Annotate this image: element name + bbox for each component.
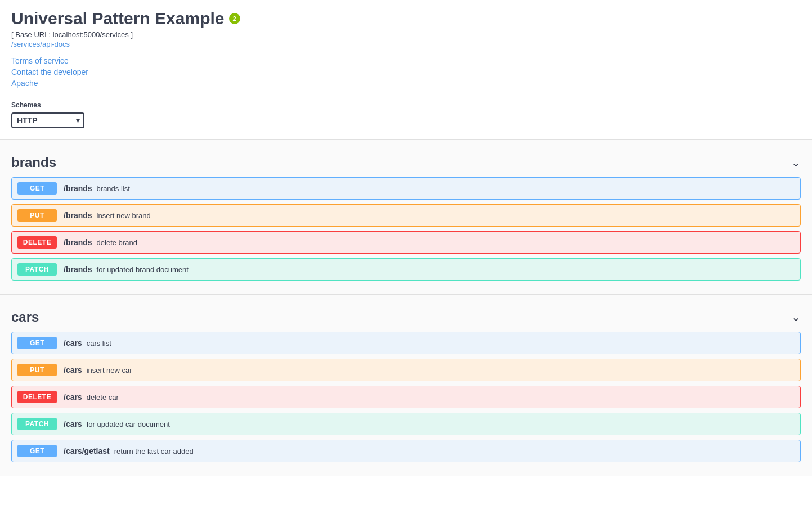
endpoint-path: /cars [64, 365, 82, 374]
delete-badge: DELETE [17, 391, 57, 403]
page-title: Universal Pattern Example 2 [11, 9, 801, 28]
schemes-select[interactable]: HTTP HTTPS [11, 112, 84, 128]
cars-section-header[interactable]: cars ⌄ [11, 304, 801, 332]
brands-put-endpoint[interactable]: PUT /brands insert new brand [11, 204, 801, 227]
get-badge: GET [17, 182, 57, 195]
title-text: Universal Pattern Example [11, 9, 225, 28]
schemes-label: Schemes [11, 101, 801, 109]
cars-patch-endpoint[interactable]: PATCH /cars for updated car document [11, 413, 801, 435]
patch-badge: PATCH [17, 263, 57, 276]
brands-section-title: brands [11, 155, 56, 170]
terms-of-service-link[interactable]: Terms of service [11, 56, 801, 65]
put-badge: PUT [17, 209, 57, 222]
brands-delete-endpoint[interactable]: DELETE /brands delete brand [11, 231, 801, 254]
schemes-select-wrapper: HTTP HTTPS [11, 112, 84, 128]
get-badge: GET [17, 445, 57, 457]
endpoint-path: /brands [64, 238, 92, 247]
cars-section-title: cars [11, 309, 39, 325]
endpoint-desc: return the last car added [114, 447, 194, 455]
cars-delete-endpoint[interactable]: DELETE /cars delete car [11, 386, 801, 408]
api-docs-link[interactable]: /services/api-docs [11, 40, 801, 48]
get-badge: GET [17, 337, 57, 349]
brands-section: brands ⌄ GET /brands brands list PUT /br… [0, 140, 812, 294]
cars-section: cars ⌄ GET /cars cars list PUT /cars ins… [0, 295, 812, 476]
endpoint-desc: brands list [97, 184, 130, 193]
endpoint-path: /brands [64, 211, 92, 220]
endpoint-desc: insert new car [87, 366, 132, 374]
base-url: [ Base URL: localhost:5000/services ] [11, 30, 801, 39]
endpoint-desc: for updated brand document [97, 265, 189, 274]
brands-patch-endpoint[interactable]: PATCH /brands for updated brand document [11, 258, 801, 281]
endpoint-desc: for updated car document [87, 420, 170, 428]
apache-link[interactable]: Apache [11, 79, 801, 88]
endpoint-path: /brands [64, 265, 92, 274]
links-section: Terms of service Contact the developer A… [11, 56, 801, 88]
endpoint-desc: delete brand [97, 238, 137, 247]
endpoint-path: /cars/getlast [64, 446, 110, 455]
endpoint-path: /cars [64, 419, 82, 428]
cars-get-endpoint[interactable]: GET /cars cars list [11, 332, 801, 354]
brands-chevron-icon: ⌄ [791, 156, 801, 169]
cars-put-endpoint[interactable]: PUT /cars insert new car [11, 359, 801, 381]
endpoint-desc: cars list [87, 339, 111, 347]
endpoint-path: /cars [64, 392, 82, 401]
endpoint-desc: insert new brand [97, 211, 151, 220]
version-badge: 2 [229, 13, 240, 24]
endpoint-desc: delete car [87, 393, 119, 401]
schemes-section: Schemes HTTP HTTPS [11, 101, 801, 128]
put-badge: PUT [17, 364, 57, 376]
contact-developer-link[interactable]: Contact the developer [11, 67, 801, 76]
cars-chevron-icon: ⌄ [791, 310, 801, 324]
patch-badge: PATCH [17, 418, 57, 430]
header-section: Universal Pattern Example 2 [ Base URL: … [0, 0, 812, 139]
brands-section-header[interactable]: brands ⌄ [11, 149, 801, 177]
endpoint-path: /cars [64, 339, 82, 347]
cars-getlast-endpoint[interactable]: GET /cars/getlast return the last car ad… [11, 440, 801, 462]
brands-get-endpoint[interactable]: GET /brands brands list [11, 177, 801, 200]
endpoint-path: /brands [64, 184, 92, 193]
delete-badge: DELETE [17, 236, 57, 249]
